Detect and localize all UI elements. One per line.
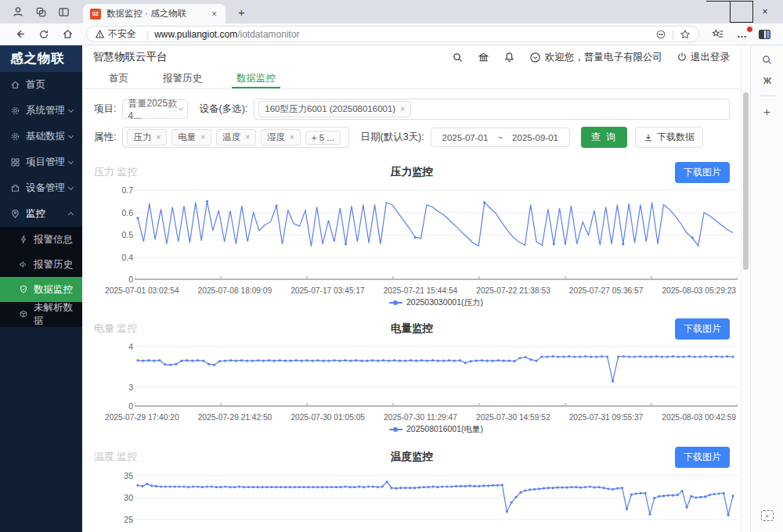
y-tick-label: 25 [102, 515, 133, 524]
attribute-tag-label: 湿度 [267, 131, 285, 143]
close-button[interactable]: × [753, 1, 777, 23]
new-tab-button[interactable]: + [235, 5, 248, 19]
tab-data-monitor[interactable]: 数据监控 [235, 69, 277, 88]
browser-menu-icon[interactable]: … [737, 28, 748, 40]
tab-alarm-history[interactable]: 报警历史 [161, 69, 204, 88]
battery-line-chart[interactable]: 4302025-07-29 17:40:202025-07-29 21:42:5… [94, 341, 730, 435]
download-image-button[interactable]: 下载图片 [675, 162, 730, 183]
y-tick-label: 35 [102, 471, 133, 480]
attribute-more-tag[interactable]: + 5 ... [305, 131, 341, 145]
sidebar-item-system[interactable]: 系统管理 [0, 98, 82, 124]
account-menu[interactable]: 欢迎您，普量电子有限公司 [529, 51, 662, 64]
sidebar-item-alarm-history[interactable]: 报警历史 [0, 252, 82, 277]
tab-layout-icon[interactable] [58, 6, 70, 18]
home-icon[interactable] [62, 28, 74, 40]
legend-label: 202503030001(压力) [406, 297, 483, 308]
sidebar-item-home[interactable]: 首页 [0, 72, 82, 98]
sidebar-item-label: 监控 [26, 207, 45, 221]
address-bar[interactable]: 不安全 | www.puliangiot.com/iotdatamonitor … [86, 26, 699, 42]
logout-icon [677, 52, 687, 63]
y-tick-label: 3 [102, 383, 133, 392]
sidebar-item-monitor[interactable]: 监控 [0, 201, 82, 227]
legend-label: 202508016001(电量) [406, 424, 483, 435]
device-multiselect[interactable]: 160型压力6001 (202508016001) × [254, 99, 730, 120]
refresh-icon[interactable] [38, 29, 49, 40]
x-tick-label: 2025-07-30 11:29:47 [384, 413, 457, 422]
page-tools-icon[interactable] [655, 29, 666, 40]
cube-icon [19, 310, 28, 319]
sidebar-add-icon[interactable]: + [763, 105, 770, 118]
pressure-line-chart[interactable]: 0.70.60.50.402025-07-01 03:02:542025-07-… [94, 185, 730, 308]
minimize-button[interactable] [706, 1, 730, 23]
date-range-picker[interactable]: 2025-07-01 ~ 2025-09-01 [431, 128, 570, 147]
x-tick-label: 2025-07-27 05:36:57 [569, 286, 644, 295]
remove-tag-icon[interactable]: × [245, 133, 250, 142]
y-tick-label: 0.7 [102, 185, 133, 195]
attribute-tag: 电量× [171, 129, 211, 146]
page-scrollbar[interactable] [741, 45, 750, 532]
chart-legend[interactable]: 202508016001(电量) [135, 424, 738, 435]
tab-close-icon[interactable]: × [210, 9, 218, 20]
logout-button[interactable]: 退出登录 [677, 51, 730, 64]
address-divider2: | [672, 29, 674, 40]
sidebar-item-label: 项目管理 [26, 156, 65, 169]
bookmark-star-icon[interactable] [680, 29, 691, 40]
x-axis-labels: 2025-07-29 17:40:202025-07-29 21:42:5020… [105, 413, 736, 422]
sidebar-item-projects[interactable]: 项目管理 [0, 149, 82, 175]
device-tag: 160型压力6001 (202508016001) × [258, 101, 411, 117]
temperature-chart-section: 温度 监控 温度监控 下载图片 35302520 [82, 446, 741, 532]
x-tick-label: 2025-07-17 03:45:17 [290, 286, 365, 295]
welcome-text: 欢迎您，普量电子有限公司 [545, 51, 662, 64]
chart-title: 电量监控 [94, 322, 730, 336]
sidebar-search-icon[interactable] [761, 53, 773, 66]
split-screen-icon[interactable] [759, 30, 770, 39]
bank-icon[interactable] [478, 52, 489, 63]
query-button[interactable]: 查 询 [581, 127, 627, 148]
window-controls: × [706, 1, 777, 23]
favorites-icon[interactable] [712, 28, 724, 40]
download-data-label: 下载数据 [657, 131, 695, 144]
tab-home[interactable]: 首页 [107, 69, 130, 88]
chevron-down-icon [68, 159, 74, 164]
download-data-button[interactable]: 下载数据 [635, 127, 703, 148]
scrollbar-thumb[interactable] [743, 92, 749, 270]
x-tick-label: 2025-07-30 01:05:05 [290, 413, 365, 422]
chart-legend[interactable]: 202503030001(压力) [135, 297, 738, 308]
sidebar-item-unparsed-data[interactable]: 未解析数据 [0, 302, 82, 327]
x-tick-label: 2025-07-29 17:40:20 [105, 413, 179, 422]
remove-tag-icon[interactable]: × [156, 133, 161, 142]
project-value: 普量2025款4... [128, 97, 179, 121]
browser-tab[interactable]: 0Z 数据监控 · 感之物联 × [83, 4, 226, 23]
y-tick-label: 30 [102, 493, 133, 502]
remove-tag-icon[interactable]: × [200, 133, 205, 142]
hide-sidebar-icon[interactable]: × [761, 510, 774, 521]
attribute-tag-label: 压力 [133, 131, 151, 143]
search-icon[interactable] [452, 52, 464, 63]
browser-toolbar: 不安全 | www.puliangiot.com/iotdatamonitor … [0, 23, 783, 45]
platform-title: 智慧物联云平台 [93, 50, 168, 64]
workspaces-icon[interactable] [35, 6, 47, 18]
x-axis-labels: 2025-07-01 03:02:542025-07-08 18:09:0920… [105, 286, 736, 295]
back-icon[interactable] [14, 28, 26, 40]
project-select[interactable]: 普量2025款4... [122, 99, 188, 119]
pressure-chart-section: 压力 监控 压力监控 下载图片 0.70.60.50.402025-07-01 … [82, 161, 741, 308]
sidebar-item-data-monitor[interactable]: 数据监控 [0, 277, 82, 302]
remove-tag-icon[interactable]: × [290, 133, 294, 142]
temperature-line-chart[interactable]: 35302520 [94, 469, 730, 532]
sidebar-item-basedata[interactable]: 基础数据 [0, 124, 82, 149]
sidebar-extension-icon[interactable]: Ж [763, 76, 770, 85]
profile-icon[interactable] [12, 5, 24, 18]
sidebar-item-alarm-info[interactable]: 报警信息 [0, 227, 82, 252]
attribute-tag: 温度× [216, 129, 256, 146]
remove-tag-icon[interactable]: × [400, 105, 405, 113]
x-tick-label: 2025-07-08 18:09:09 [198, 286, 272, 295]
logout-label: 退出登录 [691, 51, 730, 64]
download-image-button[interactable]: 下载图片 [675, 318, 730, 340]
maximize-button[interactable] [730, 1, 753, 23]
attribute-multiselect[interactable]: 压力× 电量× 温度× 湿度× + 5 ... [122, 127, 349, 148]
chevron-up-icon [68, 212, 74, 217]
bell-icon[interactable] [503, 52, 515, 63]
attribute-label: 属性: [94, 131, 116, 144]
download-image-button[interactable]: 下载图片 [675, 447, 730, 468]
sidebar-item-devices[interactable]: 设备管理 [0, 175, 82, 201]
